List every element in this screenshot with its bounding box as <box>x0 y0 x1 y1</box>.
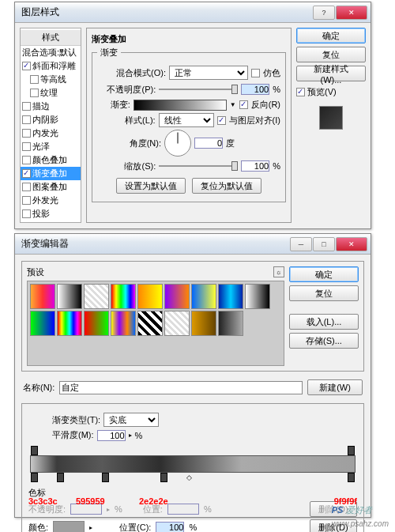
dither-label: 仿色 <box>263 67 280 79</box>
gradient-editor-dialog: 渐变编辑器 ─ □ ✕ 预设 ☼ <box>14 233 371 518</box>
gradient-overlay-panel: 渐变叠加 渐变 混合模式(O): 正常 仿色 不透明度(P): % 渐变: ▼ … <box>86 28 292 223</box>
preview-label: 预览(V) <box>307 86 337 98</box>
ok-button[interactable]: 确定 <box>289 266 359 282</box>
name-input[interactable] <box>59 381 303 394</box>
name-label: 名称(N): <box>23 382 55 394</box>
close-button[interactable]: ✕ <box>336 237 367 251</box>
tree-item[interactable]: 斜面和浮雕 <box>21 59 81 73</box>
checkbox[interactable] <box>30 75 39 84</box>
presets-label: 预设 <box>27 266 44 278</box>
tree-header: 样式 <box>21 30 81 46</box>
checkbox[interactable] <box>22 196 31 205</box>
angle-input[interactable] <box>194 138 223 149</box>
checkbox[interactable] <box>22 169 31 178</box>
checkbox[interactable] <box>22 129 31 138</box>
minimize-button[interactable]: ─ <box>290 237 312 251</box>
type-label: 渐变类型(T): <box>52 414 100 426</box>
style-select[interactable]: 线性 <box>159 113 214 127</box>
smooth-label: 平滑度(M): <box>52 429 94 441</box>
angle-label: 角度(N): <box>130 138 161 149</box>
color-pos-input[interactable] <box>156 522 184 532</box>
color-swatch[interactable] <box>53 521 85 532</box>
reverse-checkbox[interactable] <box>239 100 248 109</box>
checkbox[interactable] <box>22 62 31 70</box>
new-style-button[interactable]: 新建样式(W)... <box>296 66 366 81</box>
gradient-label: 渐变: <box>111 99 130 111</box>
opacity-label: 不透明度(P): <box>107 84 156 96</box>
gradient-bar[interactable]: ◇ <box>30 455 356 473</box>
maximize-button[interactable]: □ <box>313 237 335 251</box>
tree-item[interactable]: 投影 <box>21 207 81 221</box>
dialog-title: 图层样式 <box>18 6 313 19</box>
preview-checkbox[interactable] <box>296 88 305 96</box>
gradient-preview[interactable] <box>134 100 227 111</box>
blendmode-label: 混合模式(O): <box>116 67 166 79</box>
reset-default-button[interactable]: 复位为默认值 <box>192 178 261 194</box>
opacity-input[interactable] <box>241 84 269 95</box>
set-default-button[interactable]: 设置为默认值 <box>116 178 186 194</box>
tree-item[interactable]: 颜色叠加 <box>21 153 81 167</box>
save-button[interactable]: 存储(S)... <box>289 333 359 349</box>
checkbox[interactable] <box>22 209 31 218</box>
angle-dial[interactable] <box>164 130 191 157</box>
cancel-button[interactable]: 复位 <box>289 285 359 301</box>
blendmode-select[interactable]: 正常 <box>169 66 248 80</box>
checkbox[interactable] <box>30 89 39 97</box>
color-label: 颜色: <box>28 522 48 533</box>
gradient-legend: 渐变 <box>97 47 121 58</box>
ok-button[interactable]: 确定 <box>296 28 366 43</box>
layer-style-dialog: 图层样式 ? ✕ 样式 混合选项:默认 斜面和浮雕等高线纹理描边内阴影内发光光泽… <box>14 2 371 229</box>
checkbox[interactable] <box>22 142 31 151</box>
gradient-dropdown-icon[interactable]: ▼ <box>230 101 236 108</box>
tree-item[interactable]: 图案叠加 <box>21 180 81 194</box>
checkbox[interactable] <box>22 115 31 124</box>
tree-item[interactable]: 光泽 <box>21 140 81 153</box>
dialog-title: 渐变编辑器 <box>18 237 290 251</box>
pos2-label: 位置(C): <box>119 522 151 533</box>
cancel-button[interactable]: 复位 <box>296 47 366 62</box>
tree-item[interactable]: 渐变叠加 <box>21 167 81 180</box>
tree-item[interactable]: 纹理 <box>21 86 81 100</box>
close-button[interactable]: ✕ <box>336 6 367 20</box>
checkbox[interactable] <box>22 102 31 111</box>
scale-input[interactable] <box>241 160 269 172</box>
titlebar[interactable]: 图层样式 ? ✕ <box>15 2 371 23</box>
help-button[interactable]: ? <box>313 6 335 20</box>
align-checkbox[interactable] <box>217 116 226 125</box>
new-button[interactable]: 新建(W) <box>307 379 363 395</box>
right-buttons: 确定 复位 新建样式(W)... 预览(V) <box>296 28 366 223</box>
tree-item[interactable]: 外发光 <box>21 194 81 207</box>
dropdown-icon[interactable]: ▸ <box>129 432 132 439</box>
checkbox[interactable] <box>22 183 31 191</box>
checkbox[interactable] <box>22 156 31 164</box>
align-label: 与图层对齐(I) <box>229 115 280 126</box>
smooth-input[interactable] <box>97 430 126 441</box>
tree-item[interactable]: 内发光 <box>21 126 81 140</box>
style-tree: 样式 混合选项:默认 斜面和浮雕等高线纹理描边内阴影内发光光泽颜色叠加渐变叠加图… <box>20 28 81 223</box>
annotation: 2e2e2e <box>139 496 168 506</box>
watermark: PS 爱好者www.psahz.com <box>332 503 389 529</box>
style-label: 样式(L): <box>125 115 156 126</box>
gradient-fieldset: 渐变 混合模式(O): 正常 仿色 不透明度(P): % 渐变: ▼ 反向(R)… <box>92 47 286 202</box>
tree-item[interactable]: 等高线 <box>21 73 81 86</box>
annotation: 3c3c3c <box>28 496 58 506</box>
reverse-label: 反向(R) <box>251 99 280 111</box>
presets-panel: 预设 ☼ 确定 复位 载 <box>21 261 364 372</box>
preview-swatch <box>319 106 343 130</box>
stop-pos-input <box>167 504 199 515</box>
scale-label: 缩放(S): <box>124 160 156 172</box>
preset-grid[interactable] <box>27 281 284 366</box>
dither-checkbox[interactable] <box>251 69 260 77</box>
annotation: 595959 <box>76 496 105 506</box>
panel-title: 渐变叠加 <box>92 33 286 45</box>
tree-item[interactable]: 描边 <box>21 100 81 113</box>
opacity-slider[interactable] <box>159 82 238 96</box>
gradient-edit-panel: 渐变类型(T): 实底 平滑度(M): ▸ % c9c9c9 ◇ 3c3c3c … <box>21 403 364 532</box>
scale-slider[interactable] <box>159 159 238 173</box>
titlebar[interactable]: 渐变编辑器 ─ □ ✕ <box>15 234 371 255</box>
presets-menu-icon[interactable]: ☼ <box>273 266 284 277</box>
load-button[interactable]: 载入(L)... <box>289 314 359 330</box>
tree-item[interactable]: 内阴影 <box>21 113 81 126</box>
type-select[interactable]: 实底 <box>103 413 159 427</box>
tree-blending[interactable]: 混合选项:默认 <box>21 46 81 59</box>
